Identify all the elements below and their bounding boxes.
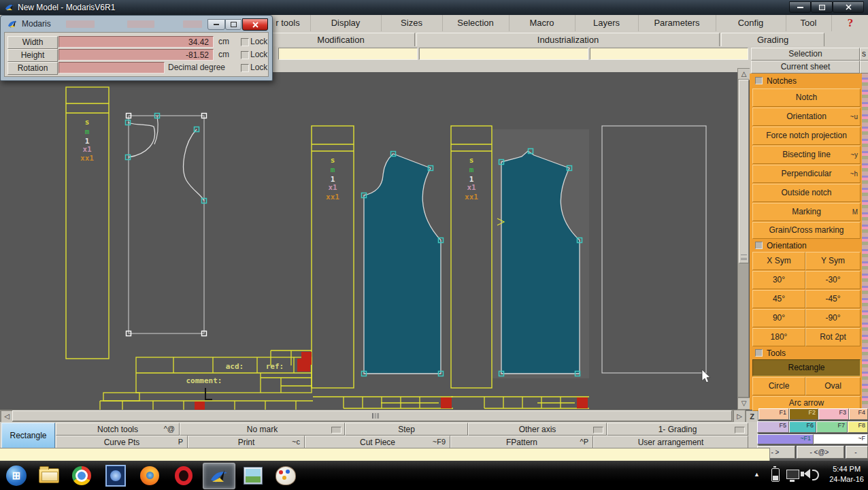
no-mark-button[interactable]: No mark bbox=[180, 423, 345, 436]
active-tool-indicator[interactable]: Rectangle bbox=[1, 423, 55, 448]
pattern-canvas[interactable]: s m 1 x1 xx1 s m 1 x1 xx1 s m 1 x1 xx1 bbox=[0, 72, 737, 410]
notch-button[interactable]: Notch bbox=[752, 88, 861, 107]
modaris-dialog[interactable]: Modaris Width 34.42 cm Lock Height -81.5… bbox=[0, 15, 273, 81]
force-notch-projection-button[interactable]: Force notch projection bbox=[752, 127, 861, 145]
rot-90-button[interactable]: 90° bbox=[752, 309, 805, 327]
sidebar-selection-button[interactable]: Selection bbox=[751, 48, 860, 61]
hscroll-thumb[interactable] bbox=[12, 410, 732, 421]
fnpad-extra-3[interactable]: - bbox=[846, 446, 868, 459]
width-lock-checkbox[interactable] bbox=[241, 38, 249, 46]
rot-neg90-button[interactable]: -90° bbox=[805, 309, 861, 327]
network-icon[interactable] bbox=[786, 470, 799, 479]
fnpad-extra-2[interactable]: - <@> bbox=[797, 446, 844, 459]
fkey-f3[interactable]: F3 bbox=[818, 408, 849, 420]
chrome-icon[interactable] bbox=[68, 463, 95, 488]
y-sym-button[interactable]: Y Sym bbox=[805, 252, 861, 270]
menu-macro[interactable]: Macro bbox=[509, 15, 575, 31]
circle-tool-button[interactable]: Circle bbox=[752, 377, 805, 395]
hscrollbar[interactable]: ◁ bbox=[0, 410, 733, 422]
pattern-piece-outline[interactable] bbox=[128, 116, 204, 333]
sidebar-current-sheet-more[interactable] bbox=[860, 61, 868, 74]
empty-sheet[interactable] bbox=[602, 126, 706, 373]
fkey-f2[interactable]: F2 bbox=[789, 408, 818, 420]
dialog-maximize-button[interactable] bbox=[225, 19, 241, 30]
volume-icon[interactable] bbox=[804, 469, 810, 478]
tools-checkbox[interactable] bbox=[755, 349, 763, 357]
restore-button[interactable] bbox=[811, 1, 833, 13]
rot-180-button[interactable]: 180° bbox=[752, 328, 805, 346]
minimize-button[interactable] bbox=[789, 1, 811, 13]
notches-checkbox[interactable] bbox=[755, 77, 763, 84]
bisecting-line-button[interactable]: Bisecting line~y bbox=[752, 146, 861, 164]
height-label-button[interactable]: Height bbox=[7, 49, 58, 62]
rot-2pt-button[interactable]: Rot 2pt bbox=[805, 328, 861, 346]
info-field-3[interactable] bbox=[590, 48, 748, 60]
menu-grading[interactable]: Grading bbox=[721, 33, 824, 47]
rot-neg45-button[interactable]: -45° bbox=[805, 290, 861, 308]
user-arrangement-button[interactable]: User arrangement bbox=[593, 436, 748, 448]
rotation-field[interactable] bbox=[59, 62, 165, 74]
grading-mode-button[interactable]: 1- Grading bbox=[607, 423, 748, 436]
tray-expand-icon[interactable]: ▲ bbox=[754, 471, 760, 478]
orientation-button[interactable]: Orientation~u bbox=[752, 108, 861, 126]
start-button[interactable]: ⊞ bbox=[3, 463, 30, 488]
other-axis-button[interactable]: Other axis bbox=[468, 423, 607, 436]
help-icon[interactable]: ? bbox=[837, 15, 864, 31]
modaris-taskbar-icon[interactable] bbox=[203, 463, 235, 489]
battery-icon[interactable] bbox=[771, 468, 780, 482]
dialog-close-button[interactable] bbox=[242, 18, 268, 31]
vscrollbar[interactable] bbox=[737, 79, 749, 397]
height-lock-checkbox[interactable] bbox=[241, 51, 249, 59]
close-button[interactable] bbox=[833, 1, 864, 13]
curve-pts-button[interactable]: Curve PtsP bbox=[56, 436, 188, 448]
rot-45-button[interactable]: 45° bbox=[752, 290, 805, 308]
paint-icon[interactable] bbox=[272, 463, 299, 488]
explorer-icon[interactable] bbox=[35, 463, 63, 488]
outside-notch-button[interactable]: Outside notch bbox=[752, 184, 861, 202]
menu-config[interactable]: Config bbox=[716, 15, 786, 31]
perpendicular-button[interactable]: Perpendicular~h bbox=[752, 165, 861, 183]
menu-modification[interactable]: Modification bbox=[267, 33, 415, 47]
tray-clock[interactable]: 5:44 PM 24-Mar-16 bbox=[829, 464, 864, 485]
photoshop-icon[interactable] bbox=[102, 463, 129, 488]
rotation-label-button[interactable]: Rotation bbox=[7, 62, 58, 75]
rectangle-tool-button[interactable]: Rectangle bbox=[752, 359, 861, 376]
fkey-f1[interactable]: F1 bbox=[758, 408, 789, 420]
orientation-checkbox[interactable] bbox=[755, 242, 763, 249]
photo-viewer-icon[interactable] bbox=[239, 463, 267, 488]
oval-tool-button[interactable]: Oval bbox=[805, 377, 861, 395]
dialog-minimize-button[interactable] bbox=[207, 19, 225, 30]
vscroll-thumb[interactable] bbox=[739, 80, 749, 263]
fkey-f8[interactable]: F8 bbox=[848, 421, 868, 433]
marking-button[interactable]: MarkingM bbox=[752, 203, 861, 221]
fkey-shift-f2[interactable]: ~F bbox=[814, 434, 868, 444]
hscroll-right-icon[interactable]: ▷ bbox=[733, 410, 746, 423]
sidebar-selection-more[interactable]: s bbox=[860, 48, 868, 61]
menu-parameters[interactable]: Parameters bbox=[638, 15, 716, 31]
firefox-icon[interactable] bbox=[136, 463, 163, 488]
rotation-lock-checkbox[interactable] bbox=[241, 64, 249, 72]
sidebar-current-sheet-button[interactable]: Current sheet bbox=[751, 61, 860, 74]
menu-display[interactable]: Display bbox=[310, 15, 382, 31]
cut-piece-button[interactable]: Cut Piece~F9 bbox=[305, 436, 450, 448]
rot-30-button[interactable]: 30° bbox=[752, 271, 805, 289]
rot-neg30-button[interactable]: -30° bbox=[805, 271, 861, 289]
pattern-piece-front[interactable] bbox=[364, 154, 441, 374]
fkey-shift-f1[interactable]: ~F1 bbox=[757, 434, 814, 444]
menu-industrialization[interactable]: Industrialization bbox=[416, 33, 720, 47]
vscroll-down-icon[interactable]: ▽ bbox=[737, 397, 750, 410]
fkey-f5[interactable]: F5 bbox=[757, 421, 789, 433]
menu-sizes[interactable]: Sizes bbox=[381, 15, 443, 31]
opera-icon[interactable] bbox=[170, 463, 197, 488]
fkey-f7[interactable]: F7 bbox=[816, 421, 848, 433]
fkey-f4[interactable]: F4 bbox=[849, 408, 868, 420]
menu-tool[interactable]: Tool bbox=[786, 15, 832, 31]
menu-selection[interactable]: Selection bbox=[442, 15, 510, 31]
print-button[interactable]: Print~c bbox=[188, 436, 305, 448]
step-button[interactable]: Step bbox=[345, 423, 468, 436]
info-field-2[interactable] bbox=[419, 48, 588, 60]
height-field[interactable]: -81.52 bbox=[59, 49, 214, 61]
notch-tools-button[interactable]: Notch tools^@ bbox=[56, 423, 180, 436]
info-field-1[interactable] bbox=[278, 48, 418, 60]
width-field[interactable]: 34.42 bbox=[59, 36, 214, 48]
